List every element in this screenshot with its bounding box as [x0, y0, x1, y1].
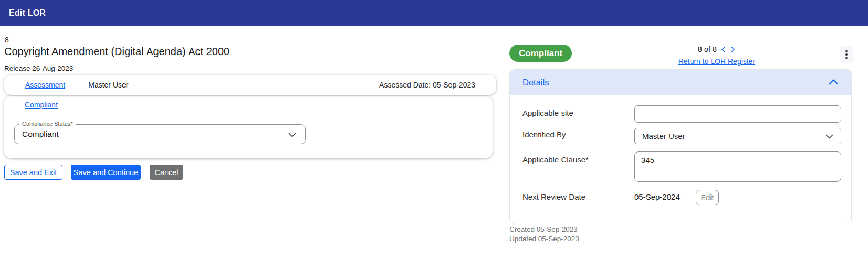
next-review-date-value: 05-Sep-2024	[634, 192, 680, 201]
next-review-date-label: Next Review Date	[522, 192, 585, 201]
applicable-site-input[interactable]	[634, 105, 841, 123]
applicable-clause-label: Applicable Clause*	[522, 155, 589, 164]
more-options-button[interactable]	[840, 46, 853, 63]
details-title: Details	[522, 78, 549, 88]
cancel-button[interactable]: Cancel	[150, 165, 183, 180]
record-pager: 8 of 8	[664, 45, 769, 53]
compliance-status-link[interactable]: Compliant	[25, 101, 58, 109]
details-panel-header[interactable]: Details	[510, 70, 851, 95]
pager-position: 8 of 8	[698, 45, 717, 53]
created-date: Created 05-Sep-2023	[509, 225, 578, 233]
assessed-date: Assessed Date: 05-Sep-2023	[379, 81, 475, 89]
assessor-name: Master User	[88, 81, 128, 89]
compliance-status-label: Compliance Status*	[19, 121, 76, 127]
record-release-date: Release 26-Aug-2023	[4, 64, 73, 72]
identified-by-value: Master User	[642, 132, 685, 140]
chevron-right-icon[interactable]	[730, 46, 736, 53]
details-panel: Details Applicable site Identified By Ma…	[509, 69, 852, 224]
status-badge: Compliant	[509, 45, 572, 62]
chevron-down-icon	[288, 133, 296, 137]
compliance-status-select[interactable]: Compliance Status* Compliant	[14, 124, 306, 144]
assessment-tab-link[interactable]: Assessment	[25, 81, 65, 89]
return-to-lor-register-link[interactable]: Return to LOR Register	[654, 57, 780, 66]
kebab-icon	[845, 50, 848, 52]
chevron-down-icon	[825, 132, 833, 140]
collapse-panel-button[interactable]	[829, 79, 839, 86]
assessment-body-card: Compliant Compliance Status* Compliant	[4, 96, 493, 158]
edit-lor-page: Edit LOR 8 Copyright Amendment (Digital …	[0, 0, 868, 271]
edit-review-date-button[interactable]: Edit	[696, 190, 719, 205]
page-title: Edit LOR	[9, 8, 46, 18]
chevron-up-icon	[829, 79, 839, 86]
compliance-status-value: Compliant	[22, 129, 59, 139]
identified-by-select[interactable]: Master User	[634, 128, 841, 144]
applicable-clause-textarea[interactable]: 345	[634, 151, 841, 182]
chevron-left-icon[interactable]	[720, 46, 726, 53]
record-title: Copyright Amendment (Digital Agenda) Act…	[4, 46, 229, 58]
top-navbar: Edit LOR	[0, 0, 868, 26]
applicable-site-label: Applicable site	[522, 109, 573, 117]
assessment-header-card: Assessment Master User Assessed Date: 05…	[4, 75, 496, 95]
save-and-continue-button[interactable]: Save and Continue	[71, 165, 141, 180]
record-number: 8	[5, 36, 9, 44]
save-and-exit-button[interactable]: Save and Exit	[4, 165, 62, 180]
updated-date: Updated 05-Sep-2023	[509, 235, 579, 243]
identified-by-label: Identified By	[522, 130, 566, 139]
